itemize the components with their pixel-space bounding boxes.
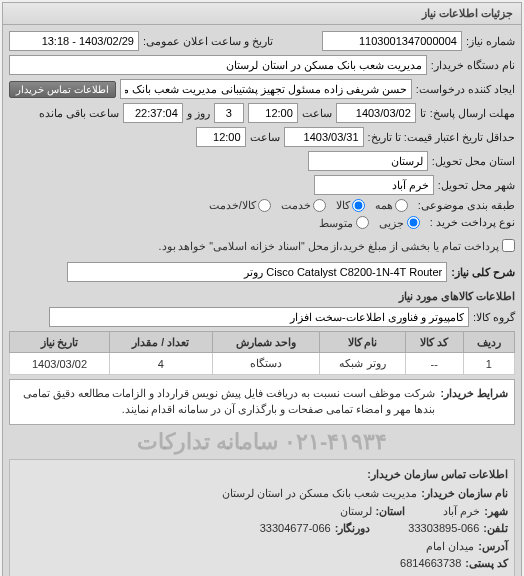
deadline-time-field[interactable] bbox=[248, 103, 298, 123]
val-phone: 33303895-066 bbox=[408, 520, 479, 538]
lbl-address: آدرس: bbox=[478, 538, 508, 556]
priority-goods[interactable]: کالا bbox=[336, 199, 365, 212]
priority-both-label: کالا/خدمت bbox=[209, 199, 256, 212]
priority-both-radio[interactable] bbox=[258, 199, 271, 212]
lbl-buyer-device: نام دستگاه خریدار: bbox=[431, 59, 515, 72]
table-row[interactable]: 1 -- روتر شبکه دستگاه 4 1403/03/02 bbox=[10, 353, 515, 375]
purchase-note[interactable]: پرداخت تمام یا بخشی از مبلغ خرید،از محل … bbox=[159, 239, 515, 252]
watermark-text: ۰۲۱-۴۱۹۳۴ سامانه تدارکات bbox=[9, 429, 515, 455]
contact-org-block: اطلاعات تماس سازمان خریدار: نام سازمان خ… bbox=[9, 459, 515, 577]
row-buyer-device: نام دستگاه خریدار: bbox=[9, 55, 515, 75]
row-req-number: شماره نیاز: تاریخ و ساعت اعلان عمومی: bbox=[9, 31, 515, 51]
th-unit: واحد شمارش bbox=[212, 332, 320, 353]
items-section-title: اطلاعات کالاهای مورد نیاز bbox=[9, 286, 515, 307]
priority-service-label: خدمت bbox=[281, 199, 311, 212]
lbl-purchase-type: نوع پرداخت خرید : bbox=[430, 216, 515, 229]
row-deadline: مهلت ارسال پاسخ: تا ساعت روز و ساعت باقی… bbox=[9, 103, 515, 123]
remaining-time-field[interactable] bbox=[123, 103, 183, 123]
lbl-priority: طبقه بندی موضوعی: bbox=[418, 199, 515, 212]
goods-group-field[interactable] bbox=[49, 307, 469, 327]
lbl-fax: دورنگار: bbox=[335, 520, 371, 538]
validity-date-field[interactable] bbox=[284, 127, 364, 147]
lbl-validity-time-sep: ساعت bbox=[250, 131, 280, 144]
th-row: ردیف bbox=[463, 332, 514, 353]
city-field[interactable] bbox=[314, 175, 434, 195]
lbl-deadline-to: تا bbox=[420, 107, 426, 120]
lbl-deadline: مهلت ارسال پاسخ: bbox=[430, 107, 515, 120]
province-field[interactable] bbox=[308, 151, 428, 171]
priority-all[interactable]: همه bbox=[375, 199, 408, 212]
purchase-mid-radio[interactable] bbox=[356, 216, 369, 229]
ct-phone: تلفن: 33303895-066 دورنگار: 33304677-066 bbox=[16, 520, 508, 538]
panel-title: جزئیات اطلاعات نیاز bbox=[3, 3, 521, 25]
purchase-mid-label: متوسط bbox=[319, 217, 353, 229]
deadline-date-field[interactable] bbox=[336, 103, 416, 123]
cell-row: 1 bbox=[463, 353, 514, 375]
lbl-postal: کد پستی: bbox=[465, 555, 508, 573]
th-name: نام کالا bbox=[320, 332, 406, 353]
purchase-low-radio[interactable] bbox=[407, 216, 420, 229]
ct-city2: شهر: خرم آباد استان: لرستان bbox=[16, 503, 508, 521]
lbl-validity: حداقل تاریخ اعتبار قیمت: تا تاریخ: bbox=[368, 131, 515, 144]
validity-time-field[interactable] bbox=[196, 127, 246, 147]
val-address: میدان امام bbox=[426, 538, 474, 556]
pub-datetime-field[interactable] bbox=[9, 31, 139, 51]
need-title-field[interactable] bbox=[67, 262, 447, 282]
buyer-desc-box: شرایط خریدار: شرکت موظف است نسبت به دریا… bbox=[9, 379, 515, 425]
purchase-low[interactable]: جزیی bbox=[379, 216, 420, 229]
purchase-note-check[interactable] bbox=[502, 239, 515, 252]
days-field[interactable] bbox=[214, 103, 244, 123]
val-org-name: مدیریت شعب بانک مسکن در استان لرستان bbox=[222, 485, 417, 503]
lbl-remaining: ساعت باقی مانده bbox=[39, 107, 119, 120]
contact-org-title: اطلاعات تماس سازمان خریدار: bbox=[16, 466, 508, 484]
priority-goods-label: کالا bbox=[336, 199, 350, 212]
lbl-pub-datetime: تاریخ و ساعت اعلان عمومی: bbox=[143, 35, 273, 48]
row-purchase-type: نوع پرداخت خرید : جزیی متوسط پرداخت تمام… bbox=[9, 216, 515, 252]
th-date: تاریخ نیاز bbox=[10, 332, 110, 353]
cell-code: -- bbox=[405, 353, 463, 375]
items-table: ردیف کد کالا نام کالا واحد شمارش تعداد /… bbox=[9, 331, 515, 375]
req-number-field[interactable] bbox=[322, 31, 462, 51]
buyer-desc-text: شرکت موظف است نسبت به دریافت فایل پیش نو… bbox=[16, 386, 435, 418]
cell-qty: 4 bbox=[109, 353, 212, 375]
priority-service[interactable]: خدمت bbox=[281, 199, 326, 212]
row-city: شهر محل تحویل: bbox=[9, 175, 515, 195]
lbl-goods-group: گروه کالا: bbox=[473, 311, 515, 324]
lbl-phone: تلفن: bbox=[483, 520, 508, 538]
priority-all-label: همه bbox=[375, 199, 393, 212]
priority-both[interactable]: کالا/خدمت bbox=[209, 199, 271, 212]
priority-all-radio[interactable] bbox=[395, 199, 408, 212]
th-code: کد کالا bbox=[405, 332, 463, 353]
lbl-city2: شهر: bbox=[484, 503, 508, 521]
lbl-deadline-time-sep: ساعت bbox=[302, 107, 332, 120]
lbl-days-and: روز و bbox=[187, 107, 210, 120]
creator-contact-button[interactable]: اطلاعات تماس خریدار bbox=[9, 81, 116, 98]
row-validity: حداقل تاریخ اعتبار قیمت: تا تاریخ: ساعت bbox=[9, 127, 515, 147]
row-province: استان محل تحویل: bbox=[9, 151, 515, 171]
lbl-req-number: شماره نیاز: bbox=[466, 35, 515, 48]
row-priority: طبقه بندی موضوعی: همه کالا خدمت کالا/خدم… bbox=[9, 199, 515, 212]
cell-unit: دستگاه bbox=[212, 353, 320, 375]
buyer-device-field[interactable] bbox=[9, 55, 427, 75]
lbl-city: شهر محل تحویل: bbox=[438, 179, 515, 192]
lbl-buyer-desc: شرایط خریدار: bbox=[441, 386, 508, 418]
lbl-creator: ایجاد کننده درخواست: bbox=[416, 83, 515, 96]
th-qty: تعداد / مقدار bbox=[109, 332, 212, 353]
cell-name: روتر شبکه bbox=[320, 353, 406, 375]
row-need-title: شرح کلی نیاز: bbox=[9, 262, 515, 282]
row-goods-group: گروه کالا: bbox=[9, 307, 515, 327]
creator-field[interactable] bbox=[120, 79, 412, 99]
lbl-province2: استان: bbox=[376, 503, 406, 521]
cell-date: 1403/03/02 bbox=[10, 353, 110, 375]
lbl-province: استان محل تحویل: bbox=[432, 155, 515, 168]
val-city2: خرم آباد bbox=[443, 503, 480, 521]
priority-service-radio[interactable] bbox=[313, 199, 326, 212]
lbl-need-title: شرح کلی نیاز: bbox=[451, 266, 515, 279]
purchase-low-label: جزیی bbox=[379, 217, 404, 229]
lbl-org-name: نام سازمان خریدار: bbox=[421, 485, 508, 503]
panel-body: شماره نیاز: تاریخ و ساعت اعلان عمومی: نا… bbox=[3, 25, 521, 576]
row-creator: ایجاد کننده درخواست: اطلاعات تماس خریدار bbox=[9, 79, 515, 99]
val-fax: 33304677-066 bbox=[260, 520, 331, 538]
priority-goods-radio[interactable] bbox=[352, 199, 365, 212]
purchase-mid[interactable]: متوسط bbox=[319, 216, 369, 229]
